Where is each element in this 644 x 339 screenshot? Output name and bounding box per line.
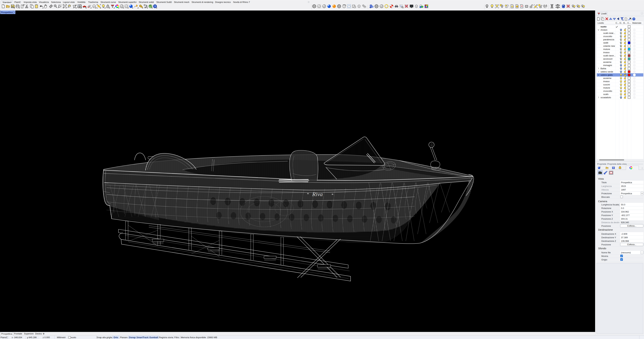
svg-text:scafo total...: scafo total...: [603, 32, 615, 34]
svg-text:immagini: immagini: [603, 64, 612, 67]
svg-text:assieme: assieme: [603, 61, 611, 63]
svg-text:accessori: accessori: [603, 58, 612, 60]
svg-text:scafo lavor...: scafo lavor...: [603, 54, 616, 57]
svg-text:vuoto: vuoto: [600, 26, 606, 28]
svg-text:sebino giallo: sebino giallo: [600, 74, 613, 76]
svg-text:motore: motore: [603, 48, 610, 51]
svg-text:cuscini: cuscini: [603, 83, 610, 86]
svg-text:sebino verde: sebino verde: [600, 71, 613, 73]
svg-text:volante new: volante new: [603, 45, 615, 47]
svg-text:parabrezza: parabrezza: [603, 38, 614, 41]
svg-text:invaso: invaso: [603, 80, 610, 83]
svg-text:Bahia: Bahia: [600, 67, 606, 70]
svg-text:Ariston: Ariston: [600, 29, 607, 31]
svg-text:cruscotto: cruscotto: [603, 90, 612, 92]
svg-text:invaso: invaso: [603, 51, 610, 54]
svg-text:sedili: sedili: [603, 42, 608, 44]
svg-text:cruscotto: cruscotto: [603, 35, 612, 38]
svg-text:scoaiattolo: scoaiattolo: [600, 96, 611, 99]
svg-text:?: ?: [633, 18, 634, 20]
svg-text:motore: motore: [603, 87, 610, 89]
svg-text:assieme: assieme: [603, 77, 611, 79]
svg-text:?: ?: [613, 167, 614, 169]
svg-text:scafo: scafo: [603, 93, 608, 96]
